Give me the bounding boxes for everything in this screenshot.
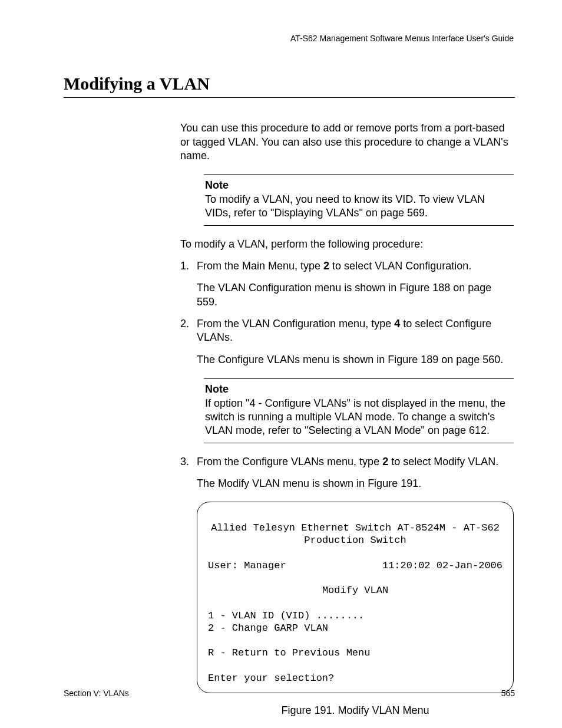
terminal-line: Production Switch <box>208 534 503 546</box>
step-text-post: to select Modify VLAN. <box>388 456 498 467</box>
note-text: To modify a VLAN, you need to know its V… <box>205 193 513 220</box>
note-label: Note <box>205 179 513 192</box>
title-rule <box>64 97 515 98</box>
step-text: From the Configure VLANs menu, type 2 to… <box>197 455 514 469</box>
terminal-screen: Allied Telesyn Ethernet Switch AT-8524M … <box>197 502 514 694</box>
step-text: From the Main Menu, type 2 to select VLA… <box>197 259 514 273</box>
note-text: If option "4 - Configure VLANs" is not d… <box>205 397 513 438</box>
page-title: Modifying a VLAN <box>64 72 515 95</box>
step-text-pre: From the VLAN Configuration menu, type <box>197 318 394 330</box>
step-text-pre: From the Configure VLANs menu, type <box>197 456 382 467</box>
footer-page-number: 565 <box>501 688 515 699</box>
running-header: AT-S62 Management Software Menus Interfa… <box>64 33 514 44</box>
step-3: 3. From the Configure VLANs menu, type 2… <box>180 455 514 491</box>
step-number: 2. <box>180 317 197 345</box>
terminal-option: 2 - Change GARP VLAN <box>208 622 328 634</box>
step-result: The VLAN Configuration menu is shown in … <box>197 281 514 309</box>
step-number: 3. <box>180 455 197 469</box>
procedure-lead-in: To modify a VLAN, perform the following … <box>180 238 514 251</box>
page: AT-S62 Management Software Menus Interfa… <box>0 0 562 728</box>
figure-caption: Figure 191. Modify VLAN Menu <box>197 704 514 717</box>
terminal-line: Allied Telesyn Ethernet Switch AT-8524M … <box>208 522 503 534</box>
step-number: 1. <box>180 259 197 273</box>
body-column: You can use this procedure to add or rem… <box>180 121 514 728</box>
terminal-user: User: Manager <box>208 559 286 572</box>
step-text: From the VLAN Configuration menu, type 4… <box>197 317 514 345</box>
note-label: Note <box>205 383 513 396</box>
terminal-option: 1 - VLAN ID (VID) ........ <box>208 610 364 621</box>
step-text-post: to select VLAN Configuration. <box>329 260 471 272</box>
step-text-bold: 4 <box>394 318 400 330</box>
step-text-bold: 2 <box>323 260 329 272</box>
terminal-prompt: Enter your selection? <box>208 673 334 684</box>
step-1: 1. From the Main Menu, type 2 to select … <box>180 259 514 309</box>
step-2: 2. From the VLAN Configuration menu, typ… <box>180 317 514 367</box>
terminal-option: R - Return to Previous Menu <box>208 647 370 658</box>
page-footer: Section V: VLANs 565 <box>64 688 515 699</box>
footer-section: Section V: VLANs <box>64 688 129 699</box>
intro-paragraph: You can use this procedure to add or rem… <box>180 121 514 163</box>
figure-191: Allied Telesyn Ethernet Switch AT-8524M … <box>197 502 514 718</box>
step-result: The Modify VLAN menu is shown in Figure … <box>197 477 514 490</box>
terminal-timestamp: 11:20:02 02-Jan-2006 <box>382 559 503 572</box>
terminal-heading: Modify VLAN <box>208 584 503 597</box>
step-text-bold: 2 <box>382 456 388 467</box>
step-text-pre: From the Main Menu, type <box>197 260 323 272</box>
note-box-1: Note To modify a VLAN, you need to know … <box>204 174 514 225</box>
step-result: The Configure VLANs menu is shown in Fig… <box>197 353 514 367</box>
note-box-2: Note If option "4 - Configure VLANs" is … <box>204 378 514 443</box>
